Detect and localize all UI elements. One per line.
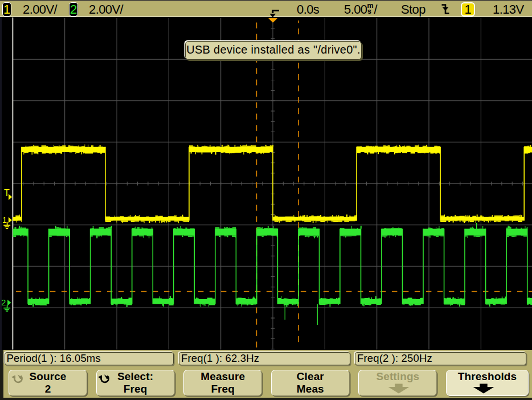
svg-text:1: 1 <box>2 215 7 225</box>
svg-text:2: 2 <box>1 297 6 307</box>
